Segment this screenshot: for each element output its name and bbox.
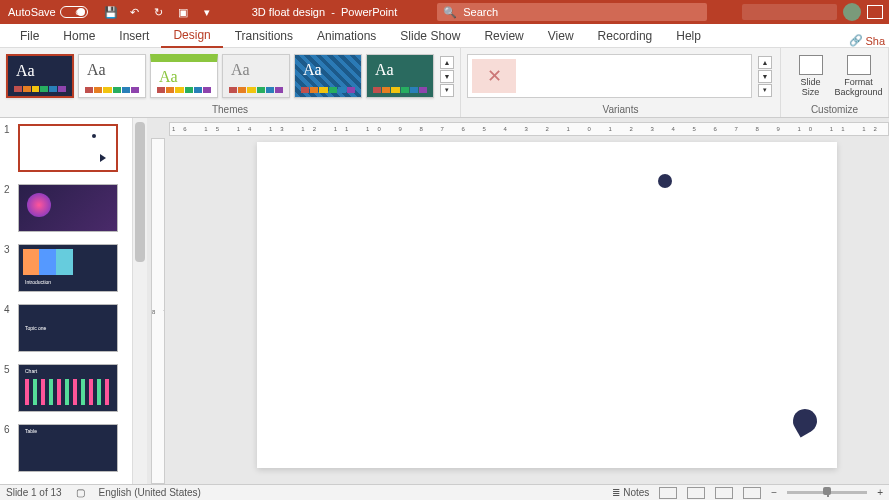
title-bar: AutoSave Off 💾 ↶ ↻ ▣ ▾ 3D float design -… — [0, 0, 889, 24]
variant-placeholder-icon: ✕ — [472, 59, 516, 93]
variants-spinner: ▲ ▼ ▾ — [758, 56, 772, 97]
thumb-number: 1 — [4, 124, 14, 172]
tab-slideshow[interactable]: Slide Show — [388, 25, 472, 47]
format-background-icon — [847, 55, 871, 75]
tab-transitions[interactable]: Transitions — [223, 25, 305, 47]
redo-icon[interactable]: ↻ — [152, 5, 166, 19]
horizontal-ruler[interactable]: 16 15 14 13 12 11 10 9 8 7 6 5 4 3 2 1 0… — [169, 122, 889, 136]
group-themes: Aa Aa Aa Aa Aa Aa ▲ ▼ ▾ Themes — [0, 48, 461, 117]
accessibility-icon[interactable]: ▢ — [76, 487, 85, 498]
slide-size-icon — [799, 55, 823, 75]
theme-facet[interactable]: Aa — [150, 54, 218, 98]
sorter-view-button[interactable] — [687, 487, 705, 499]
window-mode-icon[interactable] — [867, 5, 883, 19]
autosave-toggle[interactable]: AutoSave Off — [0, 6, 96, 18]
slide-edit-area: 16 15 14 13 12 11 10 9 8 7 6 5 4 3 2 1 0… — [147, 118, 889, 484]
user-name-badge[interactable] — [742, 4, 837, 20]
tab-recording[interactable]: Recording — [586, 25, 665, 47]
themes-more-icon[interactable]: ▾ — [440, 84, 454, 97]
slide-thumbnails-panel[interactable]: 1 2 3 4 5 6 — [0, 118, 133, 484]
slide-thumb-6[interactable] — [18, 424, 118, 472]
window-title: 3D float design - PowerPoint — [222, 6, 428, 18]
ribbon-tabs: File Home Insert Design Transitions Anim… — [0, 24, 889, 48]
slide-thumb-1[interactable] — [18, 124, 118, 172]
autosave-switch[interactable]: Off — [60, 6, 88, 18]
themes-group-label: Themes — [0, 104, 460, 117]
group-customize: Slide Size Format Background Customize — [781, 48, 889, 117]
tab-home[interactable]: Home — [51, 25, 107, 47]
thumb-number: 6 — [4, 424, 14, 472]
tab-view[interactable]: View — [536, 25, 586, 47]
search-box[interactable]: 🔍 — [437, 3, 707, 21]
qat-dropdown-icon[interactable]: ▾ — [200, 5, 214, 19]
shape-circle[interactable] — [658, 174, 672, 188]
thumb-number: 2 — [4, 184, 14, 232]
slide-thumb-3[interactable] — [18, 244, 118, 292]
scrollbar-thumb[interactable] — [135, 122, 145, 262]
tab-design[interactable]: Design — [161, 24, 222, 48]
thumbnails-scrollbar[interactable] — [133, 118, 147, 484]
theme-ion[interactable]: Aa — [366, 54, 434, 98]
present-icon[interactable]: ▣ — [176, 5, 190, 19]
language-status[interactable]: English (United States) — [99, 487, 201, 498]
reading-view-button[interactable] — [715, 487, 733, 499]
tab-file[interactable]: File — [8, 25, 51, 47]
slide-size-button[interactable]: Slide Size — [789, 53, 833, 100]
ribbon: Aa Aa Aa Aa Aa Aa ▲ ▼ ▾ Themes ✕ ▲ ▼ ▾ V… — [0, 48, 889, 118]
vertical-ruler[interactable]: 876543210123456789 — [151, 138, 165, 484]
normal-view-button[interactable] — [659, 487, 677, 499]
themes-row-up-icon[interactable]: ▲ — [440, 56, 454, 69]
zoom-out-button[interactable]: − — [771, 487, 777, 498]
format-background-button[interactable]: Format Background — [837, 53, 881, 100]
zoom-slider[interactable] — [787, 491, 867, 494]
shape-teardrop[interactable] — [789, 405, 822, 438]
slide-thumb-2[interactable] — [18, 184, 118, 232]
share-button[interactable]: 🔗 Sha — [849, 34, 889, 47]
variants-gallery[interactable]: ✕ — [467, 54, 752, 98]
theme-gallery[interactable]: Aa — [222, 54, 290, 98]
user-avatar[interactable] — [843, 3, 861, 21]
thumb-number: 4 — [4, 304, 14, 352]
customize-group-label: Customize — [781, 104, 888, 117]
search-input[interactable] — [463, 6, 701, 18]
theme-office[interactable]: Aa — [78, 54, 146, 98]
thumb-number: 3 — [4, 244, 14, 292]
variants-row-down-icon[interactable]: ▼ — [758, 70, 772, 83]
slide-position[interactable]: Slide 1 of 13 — [6, 487, 62, 498]
slide-thumb-4[interactable] — [18, 304, 118, 352]
slide-thumb-5[interactable] — [18, 364, 118, 412]
notes-button[interactable]: ≣ Notes — [612, 487, 649, 498]
save-icon[interactable]: 💾 — [104, 5, 118, 19]
main-area: 1 2 3 4 5 6 16 15 14 13 12 11 10 9 8 7 6… — [0, 118, 889, 484]
variants-row-up-icon[interactable]: ▲ — [758, 56, 772, 69]
thumb-number: 5 — [4, 364, 14, 412]
variants-more-icon[interactable]: ▾ — [758, 84, 772, 97]
quick-access-toolbar: 💾 ↶ ↻ ▣ ▾ — [96, 5, 222, 19]
slide-canvas[interactable] — [257, 142, 837, 468]
search-icon: 🔍 — [443, 6, 457, 19]
zoom-in-button[interactable]: + — [877, 487, 883, 498]
slideshow-view-button[interactable] — [743, 487, 761, 499]
theme-3d-float[interactable]: Aa — [6, 54, 74, 98]
themes-row-down-icon[interactable]: ▼ — [440, 70, 454, 83]
theme-integral[interactable]: Aa — [294, 54, 362, 98]
themes-spinner: ▲ ▼ ▾ — [440, 56, 454, 97]
variants-group-label: Variants — [461, 104, 780, 117]
tab-animations[interactable]: Animations — [305, 25, 388, 47]
autosave-label: AutoSave — [8, 6, 56, 18]
group-variants: ✕ ▲ ▼ ▾ Variants — [461, 48, 781, 117]
tab-help[interactable]: Help — [664, 25, 713, 47]
tab-review[interactable]: Review — [472, 25, 535, 47]
undo-icon[interactable]: ↶ — [128, 5, 142, 19]
status-bar: Slide 1 of 13 ▢ English (United States) … — [0, 484, 889, 500]
tab-insert[interactable]: Insert — [107, 25, 161, 47]
